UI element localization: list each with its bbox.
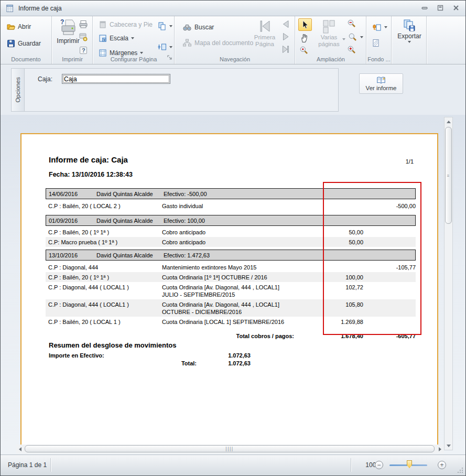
last-page-button[interactable]: [281, 45, 290, 56]
paper-size-button[interactable]: [155, 20, 175, 32]
mapa-documento-button[interactable]: Mapa del documento: [180, 37, 255, 49]
dropdown-arrow-icon: [342, 38, 345, 40]
document-map-icon: [182, 38, 192, 48]
help-button[interactable]: ?: [79, 46, 88, 57]
imprimir-button[interactable]: ? Imprimir: [56, 18, 81, 45]
page-color-button[interactable]: [370, 21, 389, 33]
cell-property: C.P : Bailén, 20 ( 1º 1ª ): [46, 229, 162, 236]
vertical-scrollbar[interactable]: ≡: [444, 117, 453, 450]
zoom-slider-thumb[interactable]: [407, 460, 412, 468]
group-label-configurar: Configurar Página: [93, 56, 174, 62]
ver-informe-button[interactable]: Ver informe: [359, 73, 403, 94]
zoom-out-icon: [347, 19, 356, 28]
cell-concept: Mantenimiento extintores Mayo 2015: [162, 264, 294, 271]
hand-tool-button[interactable]: [299, 33, 310, 45]
multiple-pages-icon: [321, 19, 337, 34]
export-icon: [403, 19, 416, 33]
guardar-button[interactable]: Guardar: [5, 38, 43, 49]
print-options-button[interactable]: [79, 33, 88, 44]
group-label-ampliacion: Ampliación: [296, 56, 366, 62]
opciones-tab[interactable]: Opciones: [12, 69, 25, 111]
zoom-out-status-button[interactable]: −: [375, 461, 383, 469]
scroll-down-button[interactable]: [445, 441, 452, 450]
zoom-level-button[interactable]: [346, 31, 365, 43]
escala-button[interactable]: Escala: [96, 33, 136, 44]
group-efectivo: Efectivo: 100,00: [164, 218, 205, 224]
caja-input[interactable]: [62, 74, 170, 84]
cell-concept: Cuota Ordinaria [1º 1ª] OCTUBRE / 2016: [162, 274, 294, 281]
primera-pagina-button[interactable]: Primera Página: [250, 18, 279, 48]
report-page-indicator: 1/1: [406, 158, 414, 165]
cabecera-label: Cabecera y Pie: [110, 21, 153, 28]
cell-cobro: 100,00: [294, 274, 363, 281]
restore-button[interactable]: [435, 3, 446, 13]
page-color-icon: [372, 23, 382, 32]
right-arrow-icon: [439, 447, 441, 451]
varias-paginas-label: Varias páginas: [315, 34, 343, 48]
cell-cobro: 105,80: [294, 301, 363, 316]
summary-importe-value: 1.072,63: [206, 352, 251, 359]
scroll-left-button[interactable]: [16, 445, 24, 453]
group-user: David Quintas Alcalde: [96, 252, 164, 258]
watermark-icon: [371, 38, 381, 48]
statusbar-separator: [351, 458, 351, 472]
resize-grip-icon[interactable]: [457, 467, 463, 473]
orientation-button[interactable]: [155, 41, 175, 53]
pointer-tool-button[interactable]: [298, 18, 312, 31]
thumb-grip-icon: ||||: [225, 446, 233, 451]
watermark-button[interactable]: [371, 38, 381, 50]
header-footer-icon: [99, 20, 107, 29]
table-row: C.P : Diagonal, 444 Mantenimiento extint…: [46, 261, 416, 272]
group-documento: Abrir Guardar Documento: [1, 16, 52, 64]
total-pagos: -605,77: [363, 333, 416, 339]
group-fondo: Fondo ...: [367, 16, 392, 64]
magnifier-dot-icon: [299, 46, 309, 55]
zoom-tool-button[interactable]: [299, 46, 309, 57]
prev-page-button[interactable]: [281, 19, 290, 31]
first-page-icon: [257, 18, 273, 34]
open-folder-icon: [7, 23, 15, 31]
group-configurar: Cabecera y Pie Escala Márgenes: [93, 16, 175, 64]
next-page-button[interactable]: [281, 32, 290, 44]
table-row: C.P : Bailén, 20 ( LOCAL 2 ) Gasto indiv…: [46, 199, 416, 212]
cell-pago: [363, 274, 416, 281]
cabecera-button[interactable]: Cabecera y Pie: [96, 19, 155, 30]
abrir-button[interactable]: Abrir: [5, 21, 33, 32]
summary-title: Resumen del desglose de movimientos: [49, 341, 279, 349]
zoom-out-button[interactable]: [347, 19, 356, 30]
cell-concept: Cobro anticipado: [162, 239, 294, 246]
cell-pago: -105,77: [363, 264, 416, 271]
prev-page-icon: [281, 19, 290, 29]
group-exportar: Exportar: [392, 16, 427, 64]
zoom-in-button[interactable]: [347, 45, 356, 57]
horizontal-scrollbar-thumb[interactable]: ||||: [25, 445, 435, 452]
buscar-button[interactable]: Buscar: [180, 21, 216, 33]
cell-cobro: [294, 202, 363, 210]
print-options-icon: [79, 33, 88, 42]
zoom-in-status-button[interactable]: +: [438, 461, 446, 469]
summary-importe-label: Importe en Efectivo:: [49, 352, 206, 359]
group-label-fondo: Fondo ...: [367, 56, 391, 62]
report-title: Informe de caja: Caja: [49, 155, 128, 164]
cell-pago: -500,00: [363, 202, 416, 210]
zoom-in-icon: [347, 45, 356, 55]
cell-concept: Cobro anticipado: [162, 229, 294, 236]
quick-print-button[interactable]: [79, 19, 88, 31]
dialog-launcher-icon: [167, 55, 172, 60]
dialog-launcher-button[interactable]: [167, 53, 172, 62]
group-header-row: 14/06/2016 David Quintas Alcalde Efectiv…: [46, 188, 416, 199]
table-row: C.P : Bailén, 20 ( 1º 1ª ) Cobro anticip…: [46, 226, 416, 237]
cell-property: C.P : Diagonal, 444 ( LOCAL1 ): [46, 301, 162, 316]
vertical-scrollbar-thumb[interactable]: ≡: [445, 127, 452, 224]
scroll-right-button[interactable]: [436, 445, 444, 453]
cell-pago: [363, 239, 416, 246]
table-row: C.P : Bailén, 20 ( LOCAL 1 ) Cuota Ordin…: [46, 317, 416, 327]
next-page-icon: [281, 32, 290, 41]
horizontal-scrollbar[interactable]: ||||: [16, 445, 444, 453]
close-icon: [453, 5, 459, 11]
exportar-button[interactable]: Exportar: [396, 19, 423, 43]
minimize-button[interactable]: [419, 3, 430, 13]
scroll-up-button[interactable]: [445, 117, 452, 126]
close-button[interactable]: [451, 3, 461, 13]
varias-paginas-button[interactable]: Varias páginas: [315, 19, 343, 48]
